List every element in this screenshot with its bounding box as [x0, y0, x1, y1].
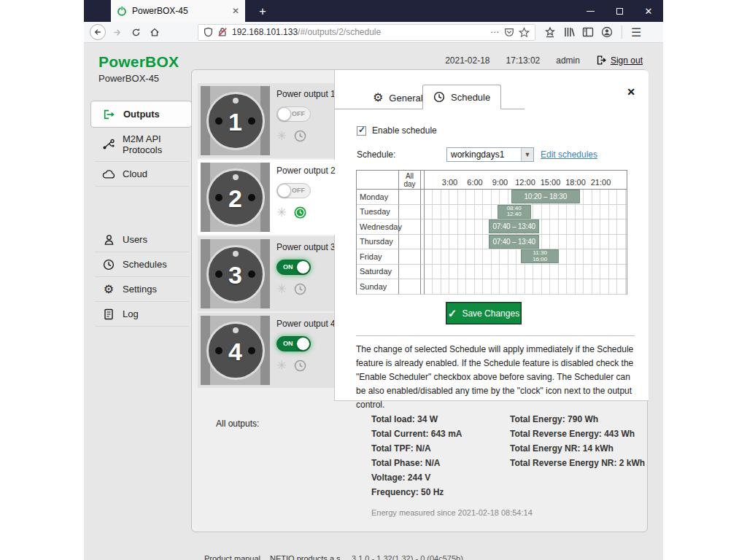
sidebar-item-log[interactable]: Log [95, 302, 189, 327]
chevron-down-icon[interactable]: ▼ [521, 148, 533, 161]
current-user: admin [556, 55, 580, 66]
pocket-icon[interactable] [504, 27, 514, 37]
schedule-clock-icon[interactable] [294, 283, 306, 295]
current-time: 17:13:02 [506, 55, 541, 66]
grid-row-friday: Friday11:3016:00 [357, 249, 627, 265]
sidebar-toggle-icon[interactable] [582, 26, 594, 38]
reset-spinner-icon[interactable]: ✳ [276, 359, 287, 372]
account-icon[interactable] [601, 26, 613, 38]
grid-row-monday: Monday10:20 – 18:30 [357, 190, 627, 205]
page-actions-icon[interactable]: ⋯ [490, 27, 500, 37]
url-path: /#/outputs/2/schedule [298, 27, 381, 37]
detail-tabs: ⚙GeneralSchedule ✕ [335, 86, 649, 109]
schedule-clock-active-icon[interactable] [294, 206, 306, 219]
sidebar-item-label: Schedules [123, 259, 167, 270]
toolbar-separator [622, 26, 622, 39]
toggle-state-label: OFF [292, 110, 305, 117]
bookmark-star-icon[interactable] [519, 27, 530, 38]
output-tile-3[interactable]: 3Power output 3ON✳ [198, 236, 335, 311]
window-maximize-button[interactable] [605, 0, 634, 22]
timeline-cell [425, 279, 627, 295]
allday-cell[interactable] [399, 265, 421, 280]
checkbox-check-icon: ✓ [358, 125, 365, 135]
sidebar-item-m2m[interactable]: M2M API Protocols [95, 128, 189, 162]
output-tile-2[interactable]: 2Power output 2OFF✳ [198, 160, 340, 235]
sidebar-item-schedules[interactable]: Schedules [95, 252, 189, 277]
output-toggle[interactable]: OFF [276, 183, 311, 198]
app-page: PowerBOX PowerBOX-45 2021-02-18 17:13:02… [84, 43, 663, 560]
output-label: Power output 1 [276, 89, 336, 99]
output-toggle[interactable]: OFF [276, 106, 311, 122]
toggle-knob [277, 184, 291, 198]
output-tile-1[interactable]: 1Power output 1OFF✳ [198, 83, 335, 158]
hour-tick-label: 21:00 [591, 178, 611, 187]
menu-hamburger-icon[interactable]: ☰ [631, 26, 641, 39]
reload-button[interactable] [126, 23, 145, 41]
product-manual-link[interactable]: Product manual [204, 554, 260, 560]
sidebar-item-cloud[interactable]: Cloud [95, 162, 189, 187]
save-changes-button[interactable]: ✓ Save Changes [446, 303, 521, 324]
reset-spinner-icon[interactable]: ✳ [276, 206, 287, 219]
save-bookmark-badge-icon[interactable] [544, 26, 556, 38]
socket-image: 3 [201, 239, 270, 308]
reset-spinner-icon[interactable]: ✳ [276, 283, 287, 295]
signout-button[interactable]: Sign out [596, 55, 643, 66]
m2m-icon [102, 139, 115, 150]
output-toggle[interactable]: ON [276, 336, 311, 351]
hour-tick-label: 18:00 [565, 178, 586, 187]
back-button[interactable] [88, 23, 107, 41]
detail-divider [356, 335, 635, 336]
stat-row: Total load: 34 W [371, 414, 510, 429]
day-label: Thursday [357, 235, 399, 250]
tab-schedule[interactable]: Schedule [422, 85, 501, 109]
schedule-bar: 11:3016:00 [521, 249, 559, 263]
schedule-select-label: Schedule: [357, 149, 446, 160]
shield-icon[interactable] [204, 27, 213, 37]
library-icon[interactable] [563, 26, 575, 38]
schedule-clock-icon[interactable] [294, 359, 306, 372]
allday-cell[interactable] [399, 249, 421, 265]
allday-cell[interactable] [399, 219, 421, 235]
sidebar-item-label: Log [123, 308, 139, 319]
sidebar-item-settings[interactable]: ⚙Settings [95, 277, 189, 302]
session-bar: 2021-02-18 17:13:02 admin Sign out [445, 55, 643, 66]
insecure-lock-icon[interactable] [217, 27, 228, 37]
allday-cell[interactable] [399, 190, 421, 205]
sidebar-spacer [95, 187, 189, 228]
new-tab-button[interactable]: + [253, 2, 272, 21]
tab-close-icon[interactable]: ✕ [232, 6, 239, 16]
output-label: Power output 2 [276, 166, 337, 176]
gear-icon: ⚙ [102, 284, 115, 295]
reset-spinner-icon[interactable]: ✳ [276, 130, 287, 142]
day-header-cell [357, 171, 399, 189]
save-changes-label: Save Changes [462, 308, 519, 319]
day-label: Sunday [357, 279, 399, 295]
detail-close-icon[interactable]: ✕ [627, 86, 635, 98]
timeline-cell: 07:40 – 13:40 [425, 219, 627, 235]
sidebar-item-outputs[interactable]: Outputs [90, 101, 192, 128]
allday-cell[interactable] [399, 279, 421, 295]
schedule-select[interactable]: workingdays1 ▼ [446, 147, 534, 162]
check-icon: ✓ [448, 307, 457, 320]
window-minimize-button[interactable] [576, 0, 605, 22]
schedule-clock-icon[interactable] [294, 130, 306, 142]
netio-products-link[interactable]: NETIO products a.s. [270, 554, 343, 560]
enable-schedule-label: Enable schedule [372, 125, 437, 136]
window-close-button[interactable]: ✕ [634, 0, 663, 22]
output-toggle[interactable]: ON [276, 260, 311, 275]
allday-cell[interactable] [399, 235, 421, 250]
sidebar-item-users[interactable]: Users [95, 228, 189, 252]
output-tile-4[interactable]: 4Power output 4ON✳ [198, 313, 335, 388]
home-button[interactable] [145, 23, 164, 41]
grid-row-thursday: Thursday07:40 – 13:40 [357, 235, 627, 250]
browser-tab[interactable]: PowerBOX-45 ✕ [111, 0, 245, 22]
all-outputs-label: All outputs: [216, 419, 259, 429]
timeline-cell: 11:3016:00 [425, 249, 627, 265]
allday-cell[interactable] [399, 205, 421, 220]
url-bar[interactable]: 192.168.101.133/#/outputs/2/schedule ⋯ [198, 24, 535, 41]
enable-schedule-checkbox[interactable]: ✓ [357, 126, 366, 136]
bar-time-label: 08:4012:40 [507, 206, 522, 218]
forward-button[interactable] [107, 23, 126, 41]
user-icon [102, 234, 115, 246]
edit-schedules-link[interactable]: Edit schedules [541, 149, 597, 160]
